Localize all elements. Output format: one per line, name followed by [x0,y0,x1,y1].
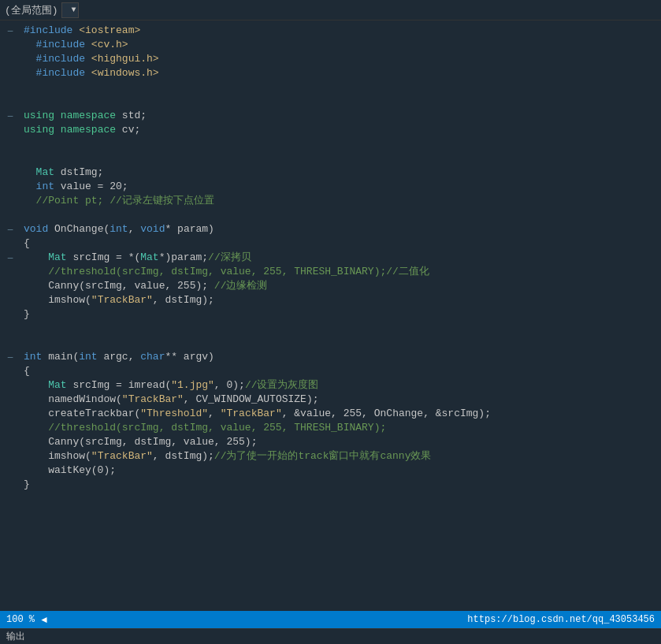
code-line: — Mat srcImg = *(Mat*)param;//深拷贝 [0,251,661,265]
code-line: { [0,364,661,378]
scope-label: (全局范围) [5,3,58,17]
line-content: Canny(srcImg, value, 255); //边缘检测 [20,279,658,293]
code-line: imshow("TrackBar", dstImg);//为了使一开始的trac… [0,449,661,463]
output-label: 输出 [6,630,25,643]
line-content: int main(int argc, char** argv) [20,350,658,364]
code-line: namedWindow("TrackBar", CV_WINDOW_AUTOSI… [0,393,661,407]
line-content [20,336,658,350]
code-line [0,95,661,109]
line-content: #include <highgui.h> [20,52,658,66]
status-bar: 100 % ◄ https://blog.csdn.net/qq_4305345… [0,611,661,628]
line-content: //Point pt; //记录左键按下点位置 [20,194,658,208]
fold-gutter[interactable]: — [3,109,17,123]
line-content: { [20,364,658,378]
line-content: namedWindow("TrackBar", CV_WINDOW_AUTOSI… [20,393,658,407]
code-line: int value = 20; [0,180,661,194]
line-content: Mat srcImg = *(Mat*)param;//深拷贝 [20,251,658,265]
code-line: waitKey(0); [0,463,661,478]
line-content: using namespace std; [20,109,658,123]
line-content: //threshold(srcImg, dstImg, value, 255, … [20,265,658,279]
line-content [20,322,658,336]
line-content: imshow("TrackBar", dstImg); [20,293,658,307]
code-line [0,208,661,222]
code-line: Canny(srcImg, value, 255); //边缘检测 [0,279,661,293]
code-line [0,137,661,151]
line-content: Canny(srcImg, dstImg, value, 255); [20,435,658,449]
line-content: using namespace cv; [20,123,658,137]
scope-dropdown[interactable] [61,2,79,18]
line-content: waitKey(0); [20,463,658,478]
code-line: —using namespace std; [0,109,661,123]
code-line: } [0,478,661,492]
line-content: Mat dstImg; [20,166,658,180]
status-url: https://blog.csdn.net/qq_43053456 [467,614,655,625]
code-line: createTrackbar("Threshold", "TrackBar", … [0,407,661,421]
code-line: Mat srcImg = imread("1.jpg", 0);//设置为灰度图 [0,378,661,393]
code-line: Mat dstImg; [0,166,661,180]
line-content: #include <windows.h> [20,66,658,80]
zoom-control: 100 % ◄ [6,614,50,625]
code-editor: —#include <iostream> #include <cv.h> #in… [0,20,661,611]
code-line: —#include <iostream> [0,24,661,38]
line-content: } [20,307,658,322]
code-line [0,80,661,95]
scope-bar: (全局范围) ▼ [0,0,661,20]
code-line: //Point pt; //记录左键按下点位置 [0,194,661,208]
line-content [20,137,658,151]
code-line: —int main(int argc, char** argv) [0,350,661,364]
code-line: using namespace cv; [0,123,661,137]
code-line [0,322,661,336]
line-content [20,208,658,222]
line-content: //threshold(srcImg, dstImg, value, 255, … [20,421,658,435]
code-line: #include <cv.h> [0,38,661,52]
line-content [20,95,658,109]
line-content [20,151,658,166]
code-line: //threshold(srcImg, dstImg, value, 255, … [0,421,661,435]
code-line: Canny(srcImg, dstImg, value, 255); [0,435,661,449]
code-line: #include <windows.h> [0,66,661,80]
code-line: #include <highgui.h> [0,52,661,66]
zoom-label: 100 % [6,614,35,625]
fold-gutter[interactable]: — [3,350,17,364]
line-content: void OnChange(int, void* param) [20,222,658,236]
code-line [0,336,661,350]
fold-gutter[interactable]: — [3,222,17,236]
fold-gutter[interactable]: — [3,251,17,265]
line-content [20,80,658,95]
bottom-panel: 输出 [0,628,661,644]
line-content: createTrackbar("Threshold", "TrackBar", … [20,407,658,421]
code-line: —void OnChange(int, void* param) [0,222,661,236]
line-content: Mat srcImg = imread("1.jpg", 0);//设置为灰度图 [20,378,658,393]
line-content: #include <cv.h> [20,38,658,52]
code-line: imshow("TrackBar", dstImg); [0,293,661,307]
zoom-scroll-left[interactable]: ◄ [38,614,50,625]
code-line: } [0,307,661,322]
code-line [0,151,661,166]
line-content: { [20,236,658,251]
line-content: imshow("TrackBar", dstImg);//为了使一开始的trac… [20,449,658,463]
line-content: } [20,478,658,492]
code-line: //threshold(srcImg, dstImg, value, 255, … [0,265,661,279]
line-content: int value = 20; [20,180,658,194]
fold-gutter[interactable]: — [3,24,17,38]
scope-dropdown-wrapper[interactable]: ▼ [58,2,79,18]
line-content: #include <iostream> [20,24,658,38]
code-line: { [0,236,661,251]
